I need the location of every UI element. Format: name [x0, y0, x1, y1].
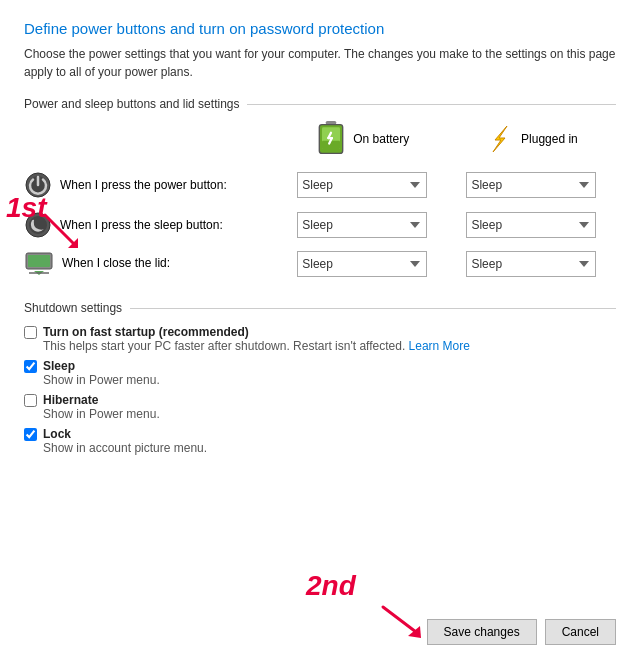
table-row: When I close the lid: Sleep Do nothing H… — [24, 245, 616, 283]
col-on-battery: On battery — [278, 121, 447, 165]
hibernate-label[interactable]: Hibernate — [24, 393, 616, 407]
table-row: When I press the power button: Sleep Do … — [24, 165, 616, 205]
lid-row-label: When I close the lid: — [62, 256, 170, 270]
sleep-desc: Show in Power menu. — [43, 373, 616, 387]
fast-startup-title: Turn on fast startup (recommended) — [43, 325, 249, 339]
fast-startup-checkbox[interactable] — [24, 326, 37, 339]
lock-title: Lock — [43, 427, 71, 441]
page-description: Choose the power settings that you want … — [24, 45, 616, 81]
learn-more-link[interactable]: Learn More — [409, 339, 470, 353]
sleep-title: Sleep — [43, 359, 75, 373]
lock-checkbox[interactable] — [24, 428, 37, 441]
shutdown-section-header: Shutdown settings — [24, 301, 616, 315]
lid-plugged-in-select[interactable]: Sleep Do nothing Hibernate Shut down Tur… — [466, 251, 596, 277]
hibernate-checkbox[interactable] — [24, 394, 37, 407]
page-title: Define power buttons and turn on passwor… — [24, 20, 616, 37]
main-panel: Define power buttons and turn on passwor… — [0, 0, 640, 661]
power-row-label: When I press the power button: — [60, 178, 227, 192]
sleep-checkbox[interactable] — [24, 360, 37, 373]
annotation-2nd: 2nd — [306, 570, 356, 602]
sleep-button-on-battery-select[interactable]: Sleep Do nothing Hibernate Shut down Tur… — [297, 212, 427, 238]
on-battery-label: On battery — [353, 132, 409, 146]
plugged-in-label: Plugged in — [521, 132, 578, 146]
power-settings-table: On battery Plugged in — [24, 121, 616, 283]
hibernate-item: Hibernate Show in Power menu. — [24, 393, 616, 421]
sleep-button-plugged-in-select[interactable]: Sleep Do nothing Hibernate Shut down Tur… — [466, 212, 596, 238]
sleep-row-label: When I press the sleep button: — [60, 218, 223, 232]
lock-item: Lock Show in account picture menu. — [24, 427, 616, 455]
power-button-plugged-in-select[interactable]: Sleep Do nothing Hibernate Shut down Tur… — [466, 172, 596, 198]
col-plugged-in: Plugged in — [447, 121, 616, 165]
lid-on-battery-select[interactable]: Sleep Do nothing Hibernate Shut down Tur… — [297, 251, 427, 277]
svg-rect-12 — [28, 255, 50, 267]
battery-icon — [315, 121, 347, 157]
sleep-label[interactable]: Sleep — [24, 359, 616, 373]
lock-desc: Show in account picture menu. — [43, 441, 616, 455]
sleep-item: Sleep Show in Power menu. — [24, 359, 616, 387]
lock-label[interactable]: Lock — [24, 427, 616, 441]
fast-startup-label[interactable]: Turn on fast startup (recommended) — [24, 325, 616, 339]
plugin-icon — [485, 124, 515, 154]
footer-buttons: Save changes Cancel — [427, 619, 616, 645]
lid-icon — [24, 251, 54, 275]
cancel-button[interactable]: Cancel — [545, 619, 616, 645]
hibernate-desc: Show in Power menu. — [43, 407, 616, 421]
power-button-on-battery-select[interactable]: Sleep Do nothing Hibernate Shut down Tur… — [297, 172, 427, 198]
shutdown-section: Shutdown settings Turn on fast startup (… — [24, 301, 616, 455]
save-changes-button[interactable]: Save changes — [427, 619, 537, 645]
section1-header: Power and sleep buttons and lid settings — [24, 97, 616, 111]
table-row: When I press the sleep button: Sleep Do … — [24, 205, 616, 245]
arrow-1st-icon — [40, 210, 80, 250]
arrow-2nd-icon — [378, 602, 428, 640]
fast-startup-item: Turn on fast startup (recommended) This … — [24, 325, 616, 353]
hibernate-title: Hibernate — [43, 393, 98, 407]
fast-startup-desc: This helps start your PC faster after sh… — [43, 339, 616, 353]
